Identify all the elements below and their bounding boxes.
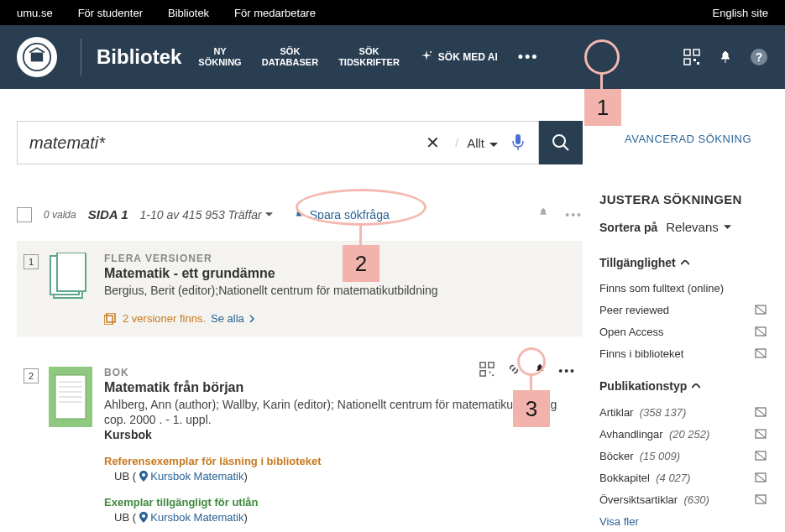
caret-down-icon [489,136,498,150]
result-number[interactable]: 2 [24,368,39,383]
facet-count: (20 252) [669,428,709,441]
nav-journals[interactable]: SÖK TIDSKRIFTER [338,46,400,68]
exclude-icon[interactable] [754,449,767,462]
topbar-link-bibliotek[interactable]: Bibliotek [168,7,209,19]
exclude-icon[interactable] [754,347,767,360]
svg-line-37 [756,350,765,357]
range-text: 1-10 av 415 953 Träffar [140,208,262,222]
permalink-icon[interactable] [506,362,521,379]
facet-item[interactable]: Artiklar (358 137) [599,401,767,423]
loc-suffix: ) [244,511,248,524]
availability-reference: Referensexemplar för läsning i bibliotek… [104,455,576,467]
svg-rect-10 [515,134,521,144]
exclude-icon[interactable] [754,493,767,506]
select-all-checkbox[interactable] [17,207,32,222]
facet-head-label: Tillgänglighet [599,256,676,269]
svg-rect-4 [693,50,699,55]
nav-label-line2: TIDSKRIFTER [338,57,400,68]
facet-item[interactable]: Peer reviewed [599,299,767,321]
see-all-link[interactable]: Se alla [211,312,244,325]
exclude-icon[interactable] [754,325,767,338]
exclude-icon[interactable] [754,405,767,419]
topbar-link-staff[interactable]: För medarbetare [234,7,316,19]
caret-down-icon [265,212,273,217]
location-row: UB ( Kursbok Matematik) [114,511,576,524]
clear-icon[interactable]: ✕ [419,133,447,153]
save-query-button[interactable]: Spara sökfråga [293,208,390,222]
pin-all-icon[interactable] [536,206,550,222]
facet-item[interactable]: Bokkapitel (4 027) [599,467,767,488]
range-dropdown[interactable]: 1-10 av 415 953 Träffar [140,208,273,222]
qr-icon[interactable] [479,362,495,379]
nav-more[interactable]: ••• [518,49,539,66]
nav-new-search[interactable]: NY SÖKNING [198,46,241,68]
result-number[interactable]: 1 [24,254,39,269]
topbar-link-english[interactable]: English site [713,7,768,19]
pin-saved-icon[interactable] [716,48,735,66]
microphone-icon[interactable] [510,133,526,154]
svg-line-12 [563,145,568,150]
facet-label: Artiklar [599,406,633,419]
svg-point-2 [430,51,432,53]
search-button[interactable] [539,121,583,164]
more-icon[interactable]: ••• [558,364,576,378]
facet-item[interactable]: Finns i biblioteket [599,342,767,364]
exclude-icon[interactable] [754,427,767,441]
sidebar: AVANCERAD SÖKNING JUSTERA SÖKNINGEN Sort… [599,89,767,532]
facet-item[interactable]: Finns som fulltext (online) [599,278,767,299]
show-more-link[interactable]: Visa fler [599,515,767,528]
location-link[interactable]: Kursbok Matematik [150,470,243,482]
facet-item[interactable]: Open Access [599,321,767,342]
result-thumbnail [49,367,91,420]
result-type: FLERA VERSIONER [104,253,576,264]
svg-line-41 [756,430,765,437]
help-icon[interactable]: ? [750,48,768,66]
result-title[interactable]: Matematik - ett grundämne [104,266,576,281]
university-logo[interactable] [17,37,57,77]
sidebar-header: JUSTERA SÖKNINGEN [599,192,767,206]
more-actions-icon[interactable]: ••• [565,208,583,222]
sort-value: Relevans [666,220,719,234]
scope-separator: / [455,136,458,149]
topbar-link-umu[interactable]: umu.se [17,7,53,19]
svg-rect-27 [480,362,485,368]
search-icon [552,133,570,152]
svg-rect-3 [684,50,690,55]
pin-result-icon[interactable] [533,362,547,378]
facet-item[interactable]: Avhandlingar (20 252) [599,423,767,445]
topbar-link-students[interactable]: För studenter [78,7,143,19]
location-link[interactable]: Kursbok Matematik [150,511,243,524]
svg-rect-6 [693,59,696,61]
result-title[interactable]: Matematik från början [104,380,576,395]
search-scope-dropdown[interactable]: Allt [467,136,498,150]
nav-label-line1: SÖK [338,46,400,57]
nav-ai-label: SÖK MED AI [438,51,498,63]
result-pub: cop. 2000 . - 1. uppl. [104,413,576,426]
sort-dropdown[interactable]: Relevans [666,220,731,234]
result-versions[interactable]: 2 versioner finns. Se alla [104,312,576,325]
nav-databases[interactable]: SÖK DATABASER [262,46,318,68]
qr-icon[interactable] [683,48,701,66]
result-authors: Ahlberg, Ann (author); Wallby, Karin (ed… [104,398,576,411]
facet-count: (15 009) [640,450,680,462]
svg-point-11 [553,135,565,147]
sparkle-icon [420,50,433,65]
chevron-up-icon [681,260,689,265]
page-label: SIDA 1 [88,207,128,222]
facet-item[interactable]: Översiktsartiklar (630) [599,488,767,510]
search-input[interactable] [29,133,419,153]
facet-head-availability[interactable]: Tillgänglighet [599,256,767,269]
copies-icon [104,313,118,325]
sort-row: Sortera på Relevans [599,220,767,234]
facet-item[interactable]: Böcker (15 009) [599,445,767,467]
facet-label: Böcker [599,450,633,462]
nav-ai-search[interactable]: SÖK MED AI [420,50,498,65]
exclude-icon[interactable] [754,471,767,484]
svg-line-33 [756,306,765,313]
selected-count: 0 valda [44,209,76,221]
advanced-search-link[interactable]: AVANCERAD SÖKNING [625,133,767,145]
exclude-icon[interactable] [754,303,767,316]
svg-rect-28 [489,362,494,368]
result-actions: ••• [479,362,576,379]
facet-head-pubtype[interactable]: Publikationstyp [599,379,767,393]
